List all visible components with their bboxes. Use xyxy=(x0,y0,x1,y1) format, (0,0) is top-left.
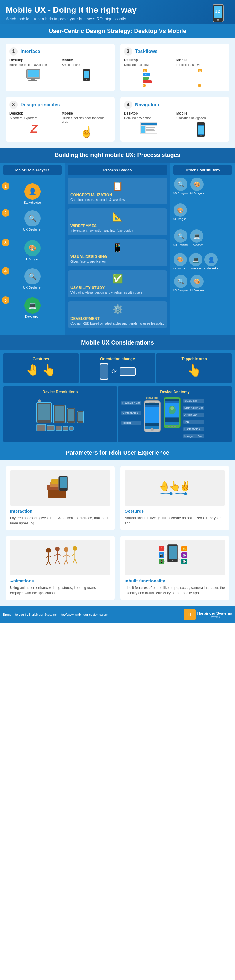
uc-nav-desktop xyxy=(124,122,173,138)
param-desc-gestures: Natural and intuitive gestures create an… xyxy=(125,515,225,526)
contrib-icon-3-1: 🔍 xyxy=(174,229,188,243)
stage-usability: ✅ USABILITY STUDY Validating visual desi… xyxy=(68,270,167,297)
gesture-hands-icon: 🤚 👆 xyxy=(6,363,76,376)
mux-device-res-title: Device Resolutions xyxy=(6,390,114,394)
footer-logo-name: Harbinger Systems xyxy=(197,611,232,616)
uc-desktop-3: Desktop Z-pattern, F-pattern Z xyxy=(9,111,59,138)
svg-text:✌️: ✌️ xyxy=(179,480,191,492)
svg-rect-57 xyxy=(145,423,159,426)
svg-rect-45 xyxy=(78,412,82,421)
contrib-label-5-2: UI Designer xyxy=(190,289,204,292)
uc-desktop-4: Desktop Detailed navigation xyxy=(124,111,173,138)
uc-mobile-4: Mobile Simplified navigation xyxy=(176,111,226,138)
contrib-5-2: 🎨 UI Designer xyxy=(190,275,204,292)
role-label-5: Developer xyxy=(25,315,39,318)
anatomy-label-content-area: Content Area xyxy=(183,427,204,431)
svg-point-107 xyxy=(172,560,173,561)
ios-phone-diagram: Status Bar xyxy=(144,396,161,433)
svg-rect-63 xyxy=(165,401,179,403)
contrib-label-1-2: UI Designer xyxy=(190,192,204,195)
uc-design-desktop: Z xyxy=(9,122,59,135)
param-title-gestures: Gestures xyxy=(125,509,225,514)
svg-line-121 xyxy=(164,553,167,555)
svg-rect-41 xyxy=(55,406,64,420)
uc-desktop-label-3: Desktop xyxy=(9,111,59,115)
role-num-1: 1 xyxy=(2,182,9,190)
uc-title-4: Navigation xyxy=(135,102,159,108)
stage-name-1: CONCEPTUALIZATION xyxy=(71,192,164,197)
uc-item-interface: 1 Interface Desktop More interface is av… xyxy=(6,44,115,91)
page-subtitle: A rich mobile UX can help improve your b… xyxy=(6,16,229,21)
role-4: 4 🔍 UX Designer xyxy=(3,268,62,289)
svg-rect-48 xyxy=(56,426,62,431)
svg-rect-18 xyxy=(143,80,151,83)
col-other-header: Other Contributors xyxy=(173,165,232,175)
uc-desktop-label-1: Desktop xyxy=(9,58,59,62)
contrib-icon-2-1: 🎨 xyxy=(173,204,187,217)
svg-rect-28 xyxy=(141,126,145,133)
mux-card-orientation: Orientation change ⟳ xyxy=(80,353,156,383)
params-grid: Interaction Layered approach gives depth… xyxy=(0,460,235,606)
svg-rect-8 xyxy=(28,80,37,81)
svg-text:📡: 📡 xyxy=(182,553,186,557)
section3-title: Mobile UX Considerations xyxy=(0,335,235,350)
svg-point-82 xyxy=(46,548,51,553)
mux-top-row: Gestures 🤚 👆 Orientation change ⟳ Tappab… xyxy=(0,350,235,386)
svg-rect-49 xyxy=(63,426,68,431)
svg-rect-66 xyxy=(165,418,179,422)
param-title-animations: Animations xyxy=(10,578,110,583)
uc-item-navigation: 4 Navigation Desktop Detailed navigation xyxy=(120,97,229,142)
uc-mobile-label-1: Mobile xyxy=(62,58,111,62)
svg-rect-12 xyxy=(85,70,87,70)
anatomy-label-tab: Tab xyxy=(183,420,204,424)
stage-icon-4: ✅ xyxy=(71,273,164,283)
contrib-row-3: 🔍 UX Designer 💻 Developer xyxy=(173,229,232,247)
uc-desktop-desc-1: More interface is available xyxy=(9,63,59,67)
anatomy-left-labels: Navigation Bar Content Area Toolbar xyxy=(121,401,141,425)
hand-point-icon: 👆 xyxy=(42,363,56,376)
svg-line-97 xyxy=(66,555,69,556)
mux-device-res: Device Resolutions xyxy=(3,386,117,442)
uc-taskflow-mobile: A D xyxy=(176,69,226,88)
contrib-icon-3-2: 💻 xyxy=(190,229,203,243)
svg-line-125 xyxy=(178,558,181,562)
uc-title-3: Design principles xyxy=(21,102,60,108)
uc-num-1: 1 xyxy=(9,48,17,56)
role-label-1: Stakeholder xyxy=(24,201,41,204)
param-interaction: Interaction Layered approach gives depth… xyxy=(6,466,115,530)
uc-desktop-desc-2: Detailed taskflows xyxy=(124,63,173,67)
svg-rect-70 xyxy=(168,426,170,427)
phone-portrait-icon xyxy=(99,363,109,380)
anatomy-label-main-action: Main Action Bar xyxy=(183,406,204,410)
svg-line-90 xyxy=(54,554,57,556)
ux-designer-icon-2: 🔍 xyxy=(24,268,41,285)
footer-logo-text: Harbinger Systems Systems xyxy=(197,611,232,618)
svg-rect-54 xyxy=(145,402,159,405)
svg-rect-43 xyxy=(68,409,74,420)
section-user-centric: User-Centric Design Strategy: Desktop Vs… xyxy=(0,24,235,148)
svg-rect-6 xyxy=(28,70,39,78)
param-desc-animations: Using animation enhances the gestures, k… xyxy=(10,585,110,596)
contrib-1-1: 🔍 UX Designer xyxy=(173,178,188,195)
svg-line-122 xyxy=(164,558,167,562)
svg-rect-35 xyxy=(198,124,204,126)
contrib-icon-5-2: 🎨 xyxy=(190,275,203,288)
mux-card-gestures: Gestures 🤚 👆 xyxy=(3,353,79,383)
harbinger-logo-icon: H xyxy=(184,609,196,620)
stage-icon-2: 📐 xyxy=(71,212,164,222)
stage-desc-2: Information, navigation and interface de… xyxy=(71,229,164,232)
page-header: Mobile UX - Doing it the right way A ric… xyxy=(0,0,235,24)
col-process: Process Stages 📋 CONCEPTUALIZATION Creat… xyxy=(65,162,170,335)
stage-name-5: DEVELOPMENT xyxy=(71,316,164,321)
svg-rect-30 xyxy=(146,127,155,128)
uc-nav-mobile xyxy=(176,122,226,138)
tap-icon: ☝ xyxy=(80,126,93,138)
contrib-row-5: 🔍 UX Designer 🎨 UI Designer xyxy=(173,275,232,292)
contrib-row-4: 🎨 UI Designer 💻 Developer 👤 Stakeholder xyxy=(173,253,232,270)
android-phone-diagram xyxy=(163,396,181,430)
uc-sub-1: Desktop More interface is available xyxy=(9,58,111,83)
header-icon: UX xyxy=(208,3,229,27)
stage-wireframes: 📐 WIREFRAMES Information, navigation and… xyxy=(68,208,167,235)
uc-mobile-desc-4: Simplified navigation xyxy=(176,116,226,120)
stage-icon-5: ⚙️ xyxy=(71,304,164,315)
